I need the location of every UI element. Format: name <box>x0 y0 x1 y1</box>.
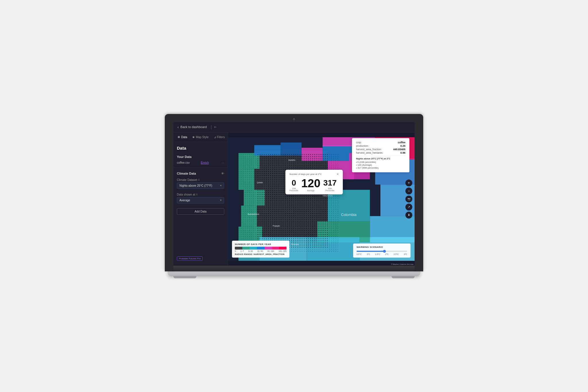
sidebar: ⊞ Data ◉ Map Style ⊿ Filters <box>173 132 228 266</box>
laptop-lid: ‹ Back to dashboard | ⇤ ⊞ Data <box>165 114 423 271</box>
production-key: production: <box>356 144 369 147</box>
popup-header: Number of days per year at 2°C ✕ <box>289 173 339 176</box>
svg-rect-18 <box>323 137 354 146</box>
laptop-foot-right <box>392 276 415 278</box>
zoom-in-button[interactable]: + <box>405 179 412 186</box>
stat-90th: 317 90thPercentile <box>323 179 337 192</box>
filters-icon: ⊿ <box>214 136 216 139</box>
warming-label-2: 1.5°C <box>375 253 380 255</box>
legend-color-3 <box>257 247 264 250</box>
map-style-tab-icon: ◉ <box>192 136 195 138</box>
back-arrow-icon: ‹ <box>177 125 179 129</box>
section-divider <box>173 167 228 168</box>
visibility-toggle-icon[interactable]: 👁 <box>221 172 224 175</box>
laptop-bottom-bezel <box>173 266 415 271</box>
map-legend: NUMBER OF DAYS PER YEAR <box>232 241 289 258</box>
crop-info-row: crop: coffee <box>356 141 405 144</box>
data-tab-icon: ⊞ <box>178 136 180 138</box>
brand-badge: Probable Futures Pro <box>177 256 203 261</box>
warming-panel: WARMING SCENARIO 0.5°C 1°C 1.5°C 2°C 2.5… <box>353 244 411 258</box>
svg-text:Colombia: Colombia <box>341 213 357 217</box>
climate-data-header: Climate Data 👁 <box>173 169 228 177</box>
stat-average-label: Average <box>301 190 320 192</box>
your-data-header: Your Data <box>173 153 228 160</box>
tab-map-style[interactable]: ◉ Map Style <box>191 135 210 140</box>
attribution-text: © Mapbox | Improve this map <box>391 263 413 265</box>
climate-data-label: Climate Data <box>177 172 196 175</box>
legend-sub-label: RADIUS RANGE: HARVEST_AREA_FRACTION <box>235 253 287 255</box>
popup-close-button[interactable]: ✕ <box>336 173 339 176</box>
legend-title: NUMBER OF DAYS PER YEAR <box>235 243 287 246</box>
external-link-button[interactable]: ↗ <box>405 204 412 211</box>
sidebar-footer: Probable Futures Pro <box>173 253 228 263</box>
stat-10th-label: 10thPercentile <box>289 188 298 192</box>
data-shown-value: Average <box>179 199 190 202</box>
nights-title: Nights above 25°C (77°F) at 2°C <box>356 157 405 160</box>
climate-dataset-value: Nights above 25°C (77°F) <box>179 184 212 187</box>
more-options-button[interactable]: ··· <box>222 161 224 165</box>
collapse-button[interactable]: ⇤ <box>214 125 217 129</box>
back-button[interactable]: ‹ Back to dashboard <box>177 125 207 129</box>
popup-stats: 0 10thPercentile 120 Average 317 90thPer… <box>289 177 339 192</box>
data-shown-dropdown[interactable]: Average ▾ <box>177 197 224 204</box>
bullet-3: • 317 (90th percentile) <box>356 167 405 169</box>
tab-filters[interactable]: ⊿ Filters <box>214 136 225 139</box>
legend-color-0 <box>235 247 242 250</box>
tab-filters-label: Filters <box>217 136 225 139</box>
add-data-button[interactable]: Add Data <box>177 208 224 215</box>
bullet-1: • 0 (10th percentile) <box>356 161 405 163</box>
map-attribution: © Mapbox | Improve this map <box>391 263 413 265</box>
days-popup: Number of days per year at 2°C ✕ 0 10thP… <box>285 170 343 194</box>
legend-label-0: 0 <box>235 250 236 252</box>
sidebar-section-title: Data <box>173 142 228 153</box>
crop-key: crop: <box>356 141 362 144</box>
screenshot-button[interactable]: 📷 <box>405 196 412 202</box>
map-controls: + − 📷 ↗ ⬇ <box>405 179 412 219</box>
tab-data-label: Data <box>181 136 187 139</box>
warming-slider-fill <box>357 251 384 252</box>
svg-rect-37 <box>239 153 339 253</box>
legend-color-1 <box>242 247 250 250</box>
enrich-button[interactable]: Enrich <box>201 161 209 164</box>
app-container: ‹ Back to dashboard | ⇤ ⊞ Data <box>173 122 415 266</box>
your-data-label: Your Data <box>177 155 192 159</box>
legend-label-4: 91~180 <box>267 250 274 252</box>
harvest-hectares-row: harvest_area_hectares: 0.96 <box>356 151 405 154</box>
laptop-base <box>168 271 420 276</box>
stat-average-value: 120 <box>301 177 320 189</box>
harvest-fraction-row: harvest_area_fraction: 440.83405 <box>356 148 405 151</box>
crop-info-tooltip: crop: coffee production: 0.25 harvest_ar… <box>352 138 409 172</box>
sidebar-tabs: ⊞ Data ◉ Map Style ⊿ Filters <box>173 132 228 142</box>
legend-label-2: 8~30 <box>248 250 253 252</box>
legend-bar <box>235 247 287 250</box>
harvest-fraction-key: harvest_area_fraction: <box>356 148 382 151</box>
legend-label-5: 181~365 <box>279 250 287 252</box>
warming-label-5: 3°C <box>404 253 407 255</box>
harvest-hectares-key: harvest_area_hectares: <box>356 151 383 154</box>
data-file-item: coffee.csv Enrich ··· <box>173 160 228 166</box>
harvest-hectares-value: 0.96 <box>400 151 405 154</box>
production-info-row: production: 0.25 <box>356 144 405 147</box>
laptop-shell: ‹ Back to dashboard | ⇤ ⊞ Data <box>165 114 423 278</box>
legend-label-1: 1~7 <box>240 250 244 252</box>
climate-dataset-dropdown[interactable]: Nights above 25°C (77°F) ▾ <box>177 182 224 189</box>
download-button[interactable]: ⬇ <box>405 212 412 219</box>
main-content: ⊞ Data ◉ Map Style ⊿ Filters <box>173 132 415 266</box>
map-container[interactable]: Colombia Medellín Quibdó Buenaventura Bo… <box>228 132 415 266</box>
warming-title: WARMING SCENARIO <box>357 246 407 248</box>
tab-map-style-label: Map Style <box>196 136 208 139</box>
legend-label-3: 31~90 <box>257 250 263 252</box>
zoom-out-button[interactable]: − <box>405 188 412 194</box>
warming-slider[interactable] <box>357 251 407 252</box>
climate-dataset-info-icon[interactable]: ℹ <box>198 178 199 181</box>
legend-color-6 <box>279 247 287 250</box>
warming-labels: 0.5°C 1°C 1.5°C 2°C 2.5°C 3°C <box>357 253 407 255</box>
bullet-2: • 120 (Average) <box>356 164 405 166</box>
stat-10th: 0 10thPercentile <box>289 179 298 192</box>
production-value: 0.25 <box>400 144 405 147</box>
tab-data[interactable]: ⊞ Data <box>176 135 189 140</box>
climate-dataset-label: Climate Dataset ℹ <box>173 177 228 182</box>
data-shown-info-icon[interactable]: ℹ <box>196 193 197 196</box>
crop-value: coffee <box>398 141 405 144</box>
warming-label-1: 1°C <box>367 253 370 255</box>
